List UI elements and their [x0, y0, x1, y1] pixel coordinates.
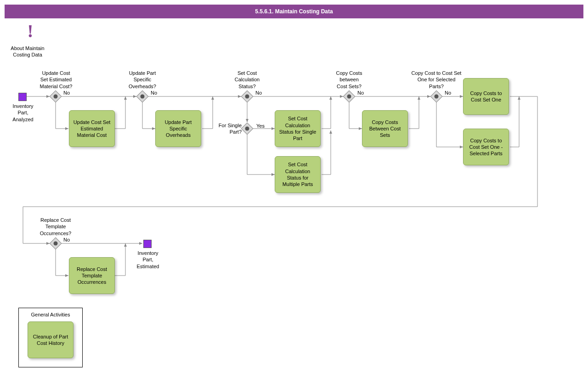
gateway-label-g3b: For Single Part? [215, 122, 242, 135]
svg-point-5 [245, 95, 249, 99]
gateway-copy-between [343, 90, 355, 102]
edge-label-no: No [151, 90, 157, 96]
activity-replace-template[interactable]: Replace Cost Template Occurrences [69, 257, 115, 294]
gateway-label-g2: Update Part Specific Overheads? [121, 70, 164, 90]
activity-update-cost-set[interactable]: Update Cost Set Estimated Material Cost [69, 110, 115, 147]
gateway-label-g4: Copy Costs between Cost Sets? [331, 70, 368, 90]
start-label: Inventory Part, Analyzed [9, 103, 37, 123]
activity-update-overheads[interactable]: Update Part Specific Overheads [155, 110, 201, 147]
activity-copy-one[interactable]: Copy Costs to Cost Set One [463, 78, 509, 115]
diagram-canvas: 5.5.6.1. Maintain Costing Data ! About M… [0, 0, 588, 372]
activity-status-multi[interactable]: Set Cost Calculation Status for Multiple… [275, 156, 321, 193]
edge-label-no: No [445, 90, 451, 96]
gateway-label-g6: Replace Cost Template Occurrences? [34, 217, 77, 237]
group-title: General Activities [19, 308, 82, 317]
svg-point-9 [347, 95, 351, 99]
svg-point-1 [54, 95, 58, 99]
svg-point-11 [435, 95, 439, 99]
gateway-label-g5: Copy Cost to Cost Set One for Selected P… [406, 70, 467, 90]
edge-label-no: No [255, 90, 262, 96]
gateway-replace-template [50, 237, 62, 249]
svg-point-3 [141, 95, 145, 99]
edge-label-no: No [63, 237, 70, 242]
gateway-copy-selected [430, 90, 442, 102]
gateway-label-g1: Update Cost Set Estimated Material Cost? [33, 70, 79, 90]
edge-label-no: No [357, 90, 364, 96]
end-event [143, 240, 152, 248]
end-label: Inventory Part, Estimated [134, 250, 162, 270]
activity-status-single[interactable]: Set Cost Calculation Status for Single P… [275, 110, 321, 147]
gateway-update-overheads [136, 90, 148, 102]
activity-copy-between[interactable]: Copy Costs Between Cost Sets [362, 110, 408, 147]
activity-copy-one-selected[interactable]: Copy Costs to Cost Set One - Selected Pa… [463, 129, 509, 165]
page-title-bar: 5.5.6.1. Maintain Costing Data [5, 5, 583, 18]
start-event [18, 93, 27, 101]
edge-label-no: No [63, 90, 70, 96]
edge-label-yes: Yes [256, 123, 265, 129]
svg-point-13 [54, 242, 58, 246]
attention-icon: ! [26, 22, 35, 40]
about-label[interactable]: About Maintain Costing Data [7, 45, 48, 58]
svg-point-7 [245, 127, 249, 131]
gateway-set-status [241, 90, 253, 102]
activity-cleanup-history[interactable]: Cleanup of Part Cost History [28, 321, 74, 358]
page-title: 5.5.6.1. Maintain Costing Data [255, 8, 333, 15]
gateway-label-g3: Set Cost Calculation Status? [229, 70, 266, 90]
gateway-single-part [241, 123, 253, 135]
gateway-update-cost-set [50, 90, 62, 102]
